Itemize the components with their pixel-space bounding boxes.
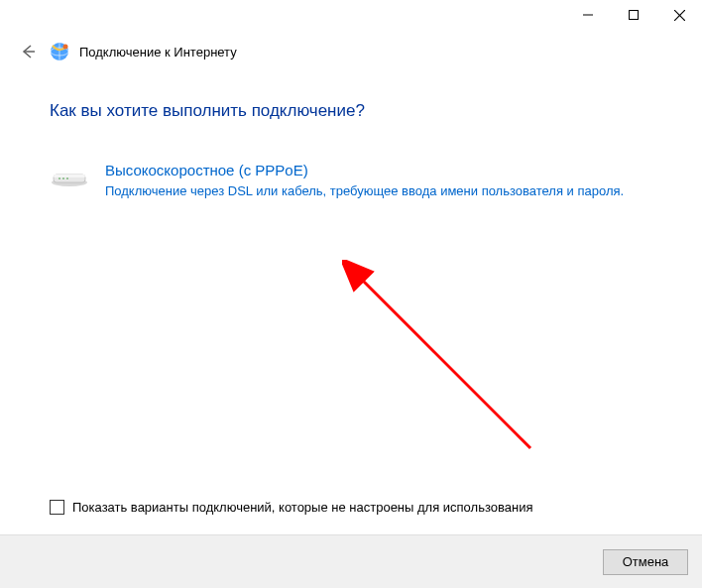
svg-point-14 (66, 177, 68, 179)
back-arrow-icon (19, 43, 37, 60)
minimize-icon (583, 10, 593, 20)
svg-point-8 (63, 45, 68, 50)
cancel-button-label: Отмена (623, 554, 669, 569)
modem-icon (50, 161, 89, 200)
page-heading: Как вы хотите выполнить подключение? (50, 101, 652, 121)
wizard-content: Как вы хотите выполнить подключение? Выс… (0, 71, 702, 534)
close-icon (674, 10, 685, 21)
show-unavailable-row: Показать варианты подключений, которые н… (50, 500, 652, 515)
option-pppoe[interactable]: Высокоскоростное (с PPPoE) Подключение ч… (50, 157, 652, 204)
wizard-header: Подключение к Интернету (0, 32, 702, 71)
cancel-button[interactable]: Отмена (603, 549, 688, 575)
back-button[interactable] (16, 40, 40, 63)
minimize-button[interactable] (565, 0, 611, 30)
title-bar (0, 0, 702, 32)
svg-rect-11 (54, 175, 85, 177)
internet-globe-icon (50, 42, 69, 61)
svg-point-12 (58, 177, 60, 179)
svg-line-15 (360, 278, 530, 448)
option-title: Высокоскоростное (с PPPoE) (105, 161, 652, 180)
wizard-footer: Отмена (0, 534, 702, 588)
svg-rect-1 (630, 11, 639, 20)
show-unavailable-checkbox[interactable] (50, 500, 64, 515)
annotation-arrow-icon (342, 260, 550, 468)
svg-point-13 (62, 177, 64, 179)
option-description: Подключение через DSL или кабель, требую… (105, 182, 652, 200)
option-text: Высокоскоростное (с PPPoE) Подключение ч… (105, 161, 652, 200)
show-unavailable-label: Показать варианты подключений, которые н… (72, 500, 532, 515)
close-button[interactable] (656, 0, 702, 30)
maximize-icon (629, 10, 639, 20)
wizard-window: Подключение к Интернету Как вы хотите вы… (0, 0, 702, 588)
maximize-button[interactable] (611, 0, 656, 30)
wizard-title: Подключение к Интернету (79, 45, 237, 59)
